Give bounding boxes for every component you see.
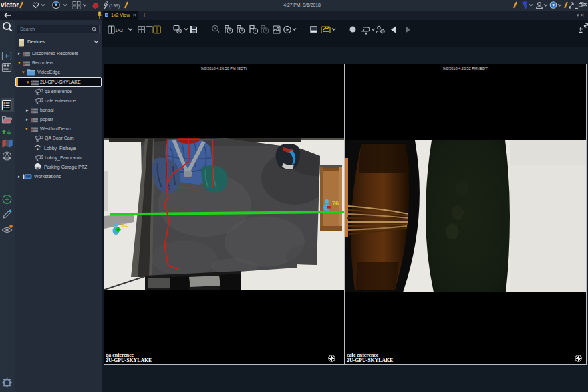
svg-text:1×2: 1×2 [115,28,123,33]
svg-text:9/6/2018 4:26:50 PM (EDT): 9/6/2018 4:26:50 PM (EDT) [201,66,247,70]
svg-text:victor: victor [1,1,19,9]
svg-text:76: 76 [332,200,339,207]
svg-text:9/6/2018 4:26:52 PM (EDT): 9/6/2018 4:26:52 PM (EDT) [443,66,489,70]
svg-text:91: 91 [121,221,128,228]
svg-text:(199): (199) [109,3,120,9]
svg-text:4:27 PM, 9/6/2018: 4:27 PM, 9/6/2018 [283,3,321,7]
svg-text:?: ? [552,3,555,9]
